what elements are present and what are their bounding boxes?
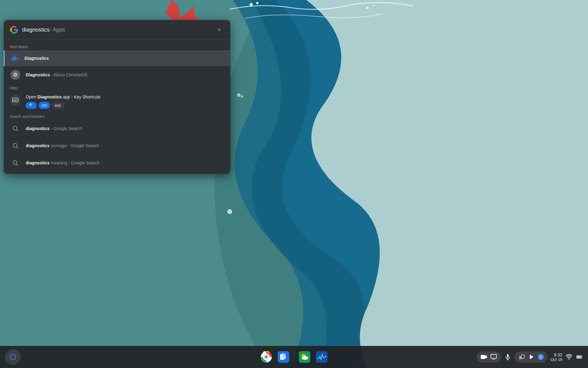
battery-icon[interactable]	[576, 353, 583, 361]
search-icon-3	[10, 157, 21, 168]
svg-rect-37	[491, 355, 496, 358]
svg-point-33	[302, 357, 307, 360]
date-display: Oct 19	[551, 357, 562, 362]
search-icon-1	[10, 123, 21, 134]
svg-marker-36	[485, 355, 487, 359]
result-diagnostics-app-title: Diagnostics	[24, 56, 49, 61]
result-diagnostics-app[interactable]: Diagnostics	[4, 50, 230, 66]
wifi-icon[interactable]	[565, 353, 573, 361]
help-item-shortcuts[interactable]: Open Diagnostics app - Key Shortcuts 🔍 c…	[4, 91, 230, 112]
cast-tray-group[interactable]: 2	[514, 351, 548, 362]
search-query: diagnostics	[22, 27, 50, 33]
search-result-3[interactable]: diagnostics meaning - Google Search	[4, 154, 230, 171]
svg-point-8	[241, 95, 243, 98]
help-title: Open Diagnostics app - Key Shortcuts	[26, 94, 224, 99]
help-label: Help	[4, 83, 230, 91]
svg-point-3	[256, 2, 258, 4]
date-time-display[interactable]: 9:32 Oct 19	[551, 352, 562, 362]
search-assistant-label: Search and Assistant	[4, 112, 230, 120]
search-icon-2	[10, 140, 21, 151]
system-tray: 2 9:32 Oct 19	[477, 351, 583, 362]
result-diagnostics-about[interactable]: ⚙ Diagnostics - About ChromeOS	[4, 66, 230, 83]
media-tray-group[interactable]	[477, 351, 501, 362]
svg-point-4	[366, 6, 369, 9]
result-diagnostics-app-text: Diagnostics	[24, 56, 224, 61]
svg-point-21	[10, 354, 16, 360]
google-logo	[10, 25, 18, 34]
svg-rect-39	[507, 354, 509, 358]
search-result-3-text: diagnostics meaning - Google Search	[26, 160, 224, 165]
camera-icon	[480, 353, 488, 361]
taskbar: 2 9:32 Oct 19	[0, 346, 588, 368]
launcher-button[interactable]	[5, 349, 21, 365]
search-result-1[interactable]: diagnostics - Google Search	[4, 120, 230, 137]
search-category: - Apps	[50, 27, 65, 33]
svg-line-18	[17, 147, 18, 148]
search-result-3-bold: diagnostics	[26, 160, 50, 165]
search-key-badge: 🔍	[26, 102, 37, 109]
play-icon	[528, 353, 535, 361]
taskbar-apps	[258, 349, 330, 365]
search-result-2-bold: diagnostics	[26, 143, 50, 148]
search-bar: diagnostics - Apps ×	[4, 20, 230, 40]
svg-rect-11	[13, 99, 14, 100]
result-about-title: Diagnostics	[26, 72, 50, 77]
esc-key-badge: esc	[52, 102, 64, 109]
keyboard-shortcut-icon	[10, 94, 21, 105]
svg-marker-43	[530, 355, 533, 359]
taskbar-app-chrome[interactable]	[258, 349, 274, 365]
taskbar-app-files[interactable]	[276, 349, 292, 365]
close-button[interactable]: ×	[214, 25, 224, 35]
svg-point-5	[373, 5, 375, 6]
svg-rect-38	[492, 359, 495, 359]
svg-rect-13	[16, 99, 17, 100]
svg-point-7	[237, 93, 241, 97]
search-result-1-text: diagnostics - Google Search	[26, 126, 224, 131]
taskbar-divider	[294, 351, 294, 362]
help-text-bold: Diagnostics	[37, 94, 62, 99]
svg-rect-47	[577, 356, 581, 358]
taskbar-app-activity[interactable]	[314, 349, 330, 365]
search-result-2-suffix: scimago - Google Search	[50, 143, 99, 148]
settings-gear-icon: ⚙	[10, 70, 20, 80]
svg-rect-10	[13, 98, 18, 102]
svg-line-20	[17, 164, 18, 165]
search-result-2[interactable]: diagnostics scimago - Google Search	[4, 137, 230, 154]
microphone-icon[interactable]	[504, 353, 511, 361]
svg-point-44	[568, 358, 570, 360]
key-combo: 🔍 ctrl esc	[26, 102, 224, 109]
svg-line-16	[17, 130, 18, 131]
device-icon	[490, 353, 497, 361]
svg-point-2	[250, 3, 253, 6]
svg-point-6	[227, 209, 232, 214]
result-about-subtitle: - About ChromeOS	[50, 72, 87, 77]
result-diagnostics-about-text: Diagnostics - About ChromeOS	[26, 72, 224, 77]
taskbar-app-weather[interactable]	[297, 349, 313, 365]
svg-rect-12	[15, 99, 16, 100]
help-text-pre: Open	[26, 94, 37, 99]
ctrl-key-badge: ctrl	[39, 102, 50, 109]
svg-rect-35	[481, 355, 485, 359]
notification-badge: 2	[538, 354, 544, 360]
search-result-1-bold: diagnostics	[26, 126, 50, 131]
diagnostics-about-icon: ⚙	[10, 69, 21, 80]
svg-rect-46	[582, 356, 582, 358]
search-launcher: diagnostics - Apps × Best Match Diagnost…	[4, 20, 230, 174]
help-text-post: app - Key Shortcuts	[62, 94, 101, 99]
cast-icon	[518, 353, 526, 361]
time-display: 9:32	[554, 352, 562, 357]
help-content: Open Diagnostics app - Key Shortcuts 🔍 c…	[26, 94, 224, 109]
results-container: Best Match Diagnostics ⚙ Diagnostics - A…	[4, 40, 230, 174]
search-result-3-suffix: meaning - Google Search	[50, 160, 100, 165]
search-input-area[interactable]: diagnostics - Apps	[22, 27, 211, 33]
best-match-label: Best Match	[4, 42, 230, 50]
search-result-1-suffix: - Google Search	[50, 126, 82, 131]
svg-point-25	[265, 356, 268, 358]
svg-rect-42	[521, 355, 524, 358]
diagnostics-app-icon	[10, 53, 20, 63]
search-result-2-text: diagnostics scimago - Google Search	[26, 143, 224, 148]
svg-rect-14	[13, 100, 17, 101]
